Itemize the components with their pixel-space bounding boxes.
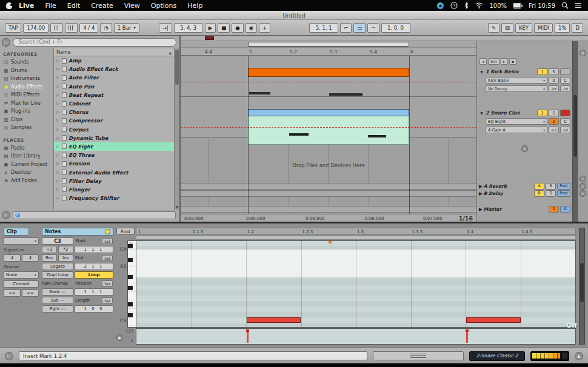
time-machine-icon[interactable] xyxy=(450,2,458,9)
disclosure-icon[interactable]: ▷ xyxy=(55,153,60,157)
reverse-button[interactable]: Rev xyxy=(42,254,57,262)
arrangement-scrub-strip[interactable] xyxy=(181,36,588,41)
double-button[interactable]: *2 xyxy=(58,246,73,253)
wifi-icon[interactable] xyxy=(475,2,483,8)
post-toggle[interactable]: Post xyxy=(557,190,570,197)
track-name[interactable]: 2 Snare Clas xyxy=(486,110,536,116)
master-name[interactable]: Master xyxy=(484,207,547,212)
arrangement-lanes[interactable]: Drop Files and Devices Here xyxy=(181,56,476,214)
app-status-icon[interactable] xyxy=(436,2,444,10)
menu-file[interactable]: File xyxy=(39,2,61,10)
clip-color-chooser[interactable]: ▾ xyxy=(4,237,39,245)
start-value[interactable]: 1 1 1 xyxy=(75,246,113,253)
commit-button[interactable]: Commit xyxy=(4,280,39,288)
set-end-button[interactable]: Set xyxy=(102,255,113,261)
black-key[interactable] xyxy=(128,313,133,317)
device-chooser[interactable]: Ve Decay▾ xyxy=(486,85,547,92)
duplicate-loop-button[interactable]: Dupl Loop xyxy=(42,271,73,279)
scroll-down-icon[interactable]: ▼ xyxy=(175,205,179,209)
return-name[interactable]: A Reverb xyxy=(484,183,533,189)
automation-rearm-button[interactable]: + xyxy=(259,23,270,33)
track-fold-icon[interactable]: ▼ xyxy=(479,70,484,74)
grid-size-label[interactable]: 1/16 xyxy=(459,215,473,222)
device-chooser[interactable]: 4 Gain A▾ xyxy=(486,127,547,133)
search-input[interactable] xyxy=(13,38,176,47)
piano-keys[interactable]: ◎ xyxy=(127,240,136,328)
clip-snare-header[interactable] xyxy=(248,109,409,116)
arrangement-menu-icon[interactable]: ≡ xyxy=(580,50,586,56)
sidebar-item-current-project[interactable]: ▣Current Project xyxy=(2,160,53,169)
disclosure-icon[interactable]: ▷ xyxy=(55,67,60,71)
groove-chooser[interactable]: None▾ xyxy=(4,271,39,279)
black-key[interactable] xyxy=(128,244,133,248)
solo-button[interactable]: S xyxy=(546,190,556,197)
overview-zoom-box[interactable] xyxy=(373,351,464,360)
pgm-select[interactable]: Pgm --- xyxy=(42,305,73,312)
sidebar-item-instruments[interactable]: ▤Instruments xyxy=(2,74,53,83)
nudge-up-button[interactable] xyxy=(65,23,78,33)
list-item-frequency-shifter[interactable]: ▷Frequency Shifter xyxy=(54,194,174,202)
disclosure-icon[interactable]: ▷ xyxy=(55,144,60,149)
disclosure-icon[interactable]: ▷ xyxy=(55,179,60,183)
draw-mode-button[interactable]: ✎ xyxy=(488,23,499,33)
window-titlebar[interactable]: Untitled xyxy=(0,11,588,20)
master-lane[interactable] xyxy=(181,206,476,213)
list-item-auto-filter[interactable]: ▷Auto Filter xyxy=(54,73,174,82)
disclosure-icon[interactable]: ▷ xyxy=(55,187,60,192)
master-fold-icon[interactable]: ▶ xyxy=(479,207,483,212)
sidebar-item-plug-ins[interactable]: ▣Plug-ins xyxy=(2,107,53,116)
arm-button[interactable] xyxy=(560,68,570,75)
signature-numerator[interactable]: 4 xyxy=(4,254,21,262)
scrollbar-thumb[interactable] xyxy=(175,50,179,85)
notes-box-title[interactable]: Notes xyxy=(42,228,113,236)
clip-kick-basix[interactable] xyxy=(248,68,409,77)
arrangement-position-display[interactable]: 5. 4. 3 xyxy=(174,23,203,33)
key-map-button[interactable]: KEY xyxy=(515,23,532,33)
zoom-handle-icon[interactable] xyxy=(410,354,426,358)
current-clip-box[interactable]: 2-Snare Classic 2 xyxy=(469,351,525,361)
loop-length-display[interactable]: 1. 0. 0 xyxy=(381,23,410,33)
metronome-toggle[interactable]: ◔ xyxy=(100,23,112,33)
overdub-button[interactable]: ◉ xyxy=(246,23,257,33)
record-button[interactable]: ● xyxy=(232,23,243,33)
browser-scrollbar[interactable]: ▼ xyxy=(174,48,179,210)
clip-scroll-strip[interactable] xyxy=(136,236,576,240)
loop-start-display[interactable]: 5. 1. 1 xyxy=(309,23,338,33)
disclosure-icon[interactable]: ▷ xyxy=(55,161,60,166)
info-fold-icon[interactable]: ▷ xyxy=(2,211,10,219)
sidebar-item-drums[interactable]: ▦Drums xyxy=(2,67,53,75)
disclosure-icon[interactable]: ▷ xyxy=(55,93,60,98)
quantization-menu[interactable]: 1 Bar▾ xyxy=(114,23,139,33)
notes-fold-icon[interactable] xyxy=(105,229,110,234)
midi-map-button[interactable]: MIDI xyxy=(534,23,553,33)
menu-view[interactable]: View xyxy=(119,2,145,10)
track-name[interactable]: 1 Kick Basix xyxy=(486,69,536,74)
sort-icon[interactable]: ▲ xyxy=(169,50,172,55)
return-activator[interactable]: A xyxy=(534,183,544,190)
status-fold-icon[interactable]: ▷ xyxy=(5,352,13,360)
solo-button[interactable]: S xyxy=(549,110,559,116)
post-toggle[interactable]: Post xyxy=(557,183,570,190)
time-ruler[interactable]: 0:05:000 0:05:500 0:06:000 0:06:500 0:07… xyxy=(181,214,476,222)
solo-button[interactable]: S xyxy=(546,183,556,190)
disclosure-icon[interactable]: ▷ xyxy=(55,136,60,141)
send-b-box[interactable]: -inf xyxy=(560,85,570,92)
io-chooser[interactable]: Kick Basix▾ xyxy=(486,77,547,84)
disclosure-icon[interactable]: ▷ xyxy=(55,101,60,106)
rail-icon-2[interactable]: • xyxy=(580,183,586,190)
track-fold-icon[interactable]: ▼ xyxy=(479,111,484,115)
loop-brace[interactable] xyxy=(248,42,409,47)
menu-create[interactable]: Create xyxy=(85,2,119,10)
automation-line[interactable] xyxy=(181,82,476,82)
automation-segment[interactable] xyxy=(329,93,362,96)
list-item-cabinet[interactable]: ▷Cabinet xyxy=(54,99,174,108)
track-lane-kick[interactable] xyxy=(181,56,476,97)
set-locator-button[interactable]: Set xyxy=(488,58,499,65)
clip-beat-ruler[interactable]: 1 1.1.3 1.2 1.2.3 1.3 1.3.3 1.4 1.4.3 xyxy=(136,228,576,235)
punch-in-button[interactable]: ⌐ xyxy=(340,23,352,33)
apple-menu-icon[interactable] xyxy=(6,2,12,9)
status-up-icon[interactable]: ▲ xyxy=(575,352,583,360)
midi-note[interactable] xyxy=(247,317,301,323)
pan-box[interactable]: C xyxy=(560,118,570,125)
name-column-header[interactable]: Name▲ xyxy=(54,48,174,56)
